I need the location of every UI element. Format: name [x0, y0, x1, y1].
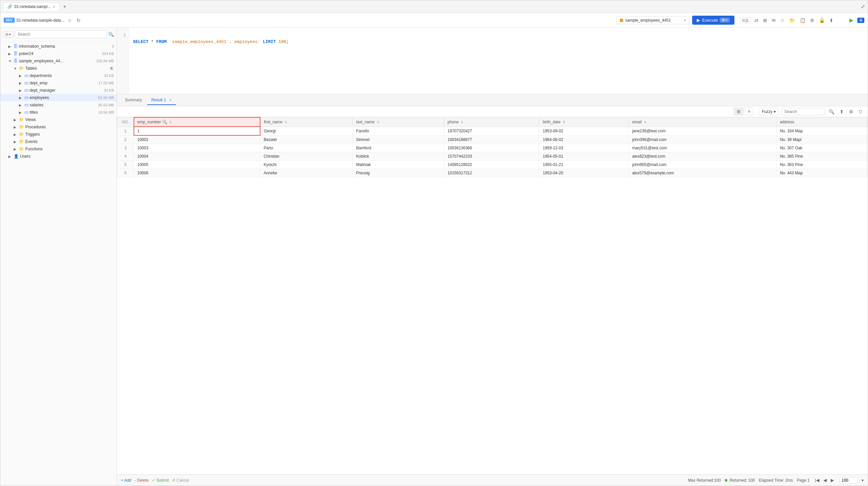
table-cell[interactable]: No. 363 Pine [776, 161, 868, 169]
refresh-button[interactable]: ↻ [75, 17, 82, 24]
col-address[interactable]: address [776, 117, 868, 127]
tree-item-dept-emp[interactable]: ▶ 🗃 dept_emp 17.03 MB [0, 79, 117, 87]
action-icon-2[interactable]: ⊞ [762, 17, 768, 24]
search-button[interactable]: 🔍 [108, 32, 114, 37]
results-search-input[interactable] [781, 108, 825, 115]
table-cell[interactable]: Preusig [353, 169, 444, 177]
search-input[interactable] [14, 30, 107, 38]
list-view-button[interactable]: ≡ [745, 108, 753, 115]
result1-close-icon[interactable]: ✕ [169, 98, 172, 102]
table-cell[interactable]: 10005 [134, 161, 260, 169]
table-cell[interactable]: Simmel [353, 135, 444, 144]
tree-item-tables-folder[interactable]: ▼ 📁 Tables 6 [0, 65, 117, 72]
action-icon-3[interactable]: ✉ [770, 17, 777, 24]
page-prev-button[interactable]: ◀ [822, 478, 828, 483]
table-cell[interactable]: 1953-04-20 [539, 169, 628, 177]
table-cell[interactable]: Bezalel [260, 135, 353, 144]
action-icon-star[interactable]: ☆ [779, 17, 786, 24]
table-cell[interactable]: Kyoichi [260, 161, 353, 169]
col-phone[interactable]: phone ⇅ [444, 117, 539, 127]
table-cell[interactable]: No. 443 Map [776, 169, 868, 177]
tree-item-events[interactable]: ▶ 📁 Events [0, 138, 117, 145]
table-cell[interactable]: 10003 [134, 144, 260, 152]
table-cell[interactable]: Facello [353, 127, 444, 135]
table-cell[interactable]: 16536136366 [444, 144, 539, 152]
filter-dropdown[interactable]: Fuzzy ▾ [759, 108, 779, 115]
tree-item-information-schema[interactable]: ▶ 🗄 information_schema 0 [0, 43, 117, 50]
tree-item-views[interactable]: ▶ 📁 Views [0, 116, 117, 123]
table-cell[interactable]: john396@mail.com [628, 135, 776, 144]
table-cell[interactable]: 10004 [134, 152, 260, 161]
submit-button[interactable]: ✓ Submit [152, 478, 169, 483]
page-size-chevron[interactable]: ▾ [862, 478, 864, 483]
table-cell[interactable]: alex823@test.com [628, 152, 776, 161]
add-tab-button[interactable]: + [61, 4, 68, 10]
table-cell[interactable]: Georgi [260, 127, 353, 135]
a-icon-button[interactable]: A [857, 18, 864, 23]
table-cell[interactable]: No. 307 Oak [776, 144, 868, 152]
tree-item-salaries[interactable]: ▶ 🗃 salaries 95.63 MB [0, 101, 117, 109]
filter-button[interactable]: ▽ [857, 108, 864, 115]
tree-item-departments[interactable]: ▶ 🗃 departments 32 KB [0, 72, 117, 79]
table-cell[interactable]: Chirstian [260, 152, 353, 161]
action-icon-folder[interactable]: 📁 [788, 17, 796, 24]
tree-item-procedures[interactable]: ▶ 📁 Procedures [0, 123, 117, 131]
action-icon-1[interactable]: ⇄ [753, 17, 760, 24]
page-size-input[interactable] [839, 477, 858, 484]
table-cell[interactable]: No. 385 Pine [776, 152, 868, 161]
table-cell[interactable]: No. 39 Mapl [776, 135, 868, 144]
sql-content[interactable]: SELECT * FROM `sample_employees_4451`.`e… [129, 28, 868, 94]
tab-main[interactable]: 🔗 01-ninedata-sampl... ✕ [3, 2, 60, 11]
table-cell[interactable]: 18707320427 [444, 127, 539, 135]
tab-close-icon[interactable]: ✕ [53, 5, 55, 9]
table-cell[interactable]: 10156317312 [444, 169, 539, 177]
table-cell[interactable]: 10006 [134, 169, 260, 177]
cancel-button[interactable]: ✗ Cancel [172, 478, 189, 483]
table-cell[interactable]: Anneke [260, 169, 353, 177]
page-next-button[interactable]: ▶ [829, 478, 835, 483]
tab-summary[interactable]: Summary [121, 96, 146, 105]
table-cell[interactable]: mary531@test.com [628, 144, 776, 152]
search-results-button[interactable]: 🔍 [827, 108, 836, 115]
table-cell[interactable]: alex579@example.com [628, 169, 776, 177]
table-cell[interactable]: 10002 [134, 135, 260, 144]
add-row-button[interactable]: + Add [121, 478, 131, 483]
tree-item-dept-manager[interactable]: ▶ 🗃 dept_manager 32 KB [0, 87, 117, 94]
table-cell[interactable]: jane236@test.com [628, 127, 776, 135]
db-selector[interactable]: sample_employees_4451 ▾ [616, 16, 689, 24]
table-cell[interactable]: 1953-09-02 [539, 127, 628, 135]
table-cell[interactable]: 1 [134, 127, 260, 135]
table-cell[interactable]: john905@mail.com [628, 161, 776, 169]
page-first-button[interactable]: |◀ [814, 478, 821, 483]
fullscreen-button[interactable]: ⤢ [861, 3, 865, 10]
table-cell[interactable]: Koblick [353, 152, 444, 161]
table-cell[interactable]: 15707442233 [444, 152, 539, 161]
action-icon-clipboard[interactable]: 📋 [798, 17, 807, 24]
table-cell[interactable]: Parto [260, 144, 353, 152]
sql-icon-button[interactable]: SQL [740, 17, 751, 23]
results-settings-button[interactable]: ⚙ [848, 108, 855, 115]
settings-icon-button[interactable]: ⚙ [809, 17, 816, 24]
tree-item-functions[interactable]: ▶ 📁 Functions [0, 145, 117, 153]
tree-item-titles[interactable]: ▶ 🗃 titles 19.56 MB [0, 109, 117, 116]
table-cell[interactable]: 16034188877 [444, 135, 539, 144]
star-button[interactable]: ☆ [66, 17, 73, 24]
tree-item-users[interactable]: ▶ 👤 Users [0, 153, 117, 160]
table-cell[interactable]: Bamford [353, 144, 444, 152]
col-emp-number[interactable]: emp_number 🔍 ⇅ [134, 117, 260, 127]
lock-icon-button[interactable]: 🔒 [818, 17, 826, 24]
table-cell[interactable]: No. 164 Map [776, 127, 868, 135]
table-cell[interactable]: 1959-12-03 [539, 144, 628, 152]
execute-button[interactable]: ▶ Execute ⌘↵ [692, 16, 735, 25]
tree-item-poker24[interactable]: ▶ 🗄 poker24 304 KB [0, 50, 117, 57]
table-cell[interactable]: Maliniak [353, 161, 444, 169]
col-last-name[interactable]: last_name ⇅ [353, 117, 444, 127]
delete-row-button[interactable]: - Delete [134, 478, 149, 483]
tree-item-employees[interactable]: ▶ 🗃 employees 51.56 MB [0, 94, 117, 101]
download-icon-button[interactable]: ⬇ [828, 17, 835, 24]
col-first-name[interactable]: first_name ⇅ [260, 117, 353, 127]
export-button[interactable]: ⬆ [838, 108, 845, 115]
table-cell[interactable]: 14095128632 [444, 161, 539, 169]
table-cell[interactable]: 1964-06-02 [539, 135, 628, 144]
table-cell[interactable]: 1954-05-01 [539, 152, 628, 161]
